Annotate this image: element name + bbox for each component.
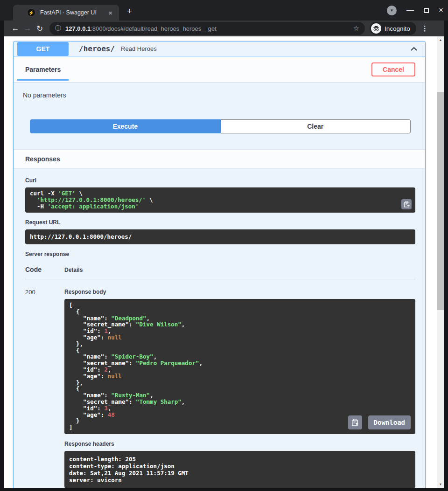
status-code: 200 — [25, 287, 64, 488]
endpoint-summary: Read Heroes — [121, 45, 157, 52]
incognito-badge: Incognito — [370, 22, 416, 35]
no-parameters-text: No parameters — [14, 91, 425, 99]
browser-update-icon[interactable]: ▼ — [387, 6, 397, 15]
page-info-icon[interactable]: ⓘ — [55, 24, 61, 33]
copy-response-button[interactable] — [348, 415, 362, 429]
forward-icon[interactable]: → — [21, 24, 34, 33]
scroll-up-icon[interactable]: ▲ — [437, 37, 444, 43]
cancel-button[interactable]: Cancel — [371, 62, 415, 76]
opblock-get-heroes: GET /heroes/ Read Heroes Parameters Canc… — [13, 41, 426, 488]
table-divider — [25, 279, 415, 279]
scrollbar-thumb[interactable] — [437, 92, 444, 310]
request-url-label: Request URL — [25, 219, 415, 226]
new-tab-button[interactable]: + — [127, 6, 132, 16]
response-body-controls: Download — [348, 415, 411, 429]
response-details: Response body [ { "name": "Deadpond", "s… — [64, 287, 415, 488]
fastapi-favicon-icon: ⚡ — [27, 8, 35, 17]
close-button[interactable]: × — [439, 6, 443, 15]
page-content: GET /heroes/ Read Heroes Parameters Canc… — [4, 36, 437, 488]
response-headers-label: Response headers — [64, 441, 415, 447]
bookmark-star-icon[interactable]: ☆ — [353, 24, 359, 33]
collapse-chevron-icon[interactable] — [409, 44, 419, 54]
responses-header: Responses — [14, 149, 425, 168]
maximize-button[interactable] — [424, 8, 429, 13]
execute-row: Execute Clear — [30, 119, 411, 133]
details-column-header: Details — [64, 267, 83, 273]
response-body-block: [ { "name": "Deadpond", "secret_name": "… — [64, 299, 415, 434]
endpoint-path: /heroes/ — [79, 44, 115, 53]
curl-label: Curl — [25, 177, 415, 184]
tab-close-icon[interactable]: × — [106, 9, 114, 17]
curl-code-block: curl -X 'GET' \ 'http://127.0.0.1:8000/h… — [25, 187, 415, 213]
download-button[interactable]: Download — [368, 415, 411, 429]
curl-code: curl -X 'GET' \ 'http://127.0.0.1:8000/h… — [30, 190, 411, 210]
browser-tab[interactable]: ⚡ FastAPI - Swagger UI × — [13, 5, 119, 21]
tab-parameters[interactable]: Parameters — [17, 56, 69, 82]
response-body-code: [ { "name": "Deadpond", "secret_name": "… — [69, 302, 411, 431]
method-badge: GET — [17, 42, 69, 56]
response-table-header: Code Details — [25, 266, 415, 273]
url-bar[interactable]: ⓘ 127.0.0.1 :8000/docs#/default/read_her… — [49, 22, 365, 35]
response-headers-code: content-length: 205content-type: applica… — [69, 456, 411, 484]
incognito-icon — [371, 23, 381, 34]
code-column-header: Code — [25, 266, 64, 273]
browser-toolbar: ← → ↻ ⓘ 127.0.0.1 :8000/docs#/default/re… — [4, 21, 444, 36]
tab-title: FastAPI - Swagger UI — [40, 9, 106, 16]
incognito-label: Incognito — [385, 25, 410, 32]
clear-button[interactable]: Clear — [221, 119, 411, 133]
responses-body: Curl curl -X 'GET' \ 'http://127.0.0.1:8… — [14, 168, 425, 488]
scroll-down-icon[interactable]: ▼ — [437, 481, 444, 488]
response-row-200: 200 Response body [ { "name": "Deadpond"… — [25, 287, 415, 488]
url-path: :8000/docs#/default/read_heroes_heroes__… — [91, 25, 217, 32]
reload-icon[interactable]: ↻ — [34, 24, 46, 34]
minimize-button[interactable]: — — [406, 8, 414, 13]
server-response-label: Server response — [25, 251, 415, 257]
request-url-block: http://127.0.0.1:8000/heroes/ — [25, 229, 415, 244]
opblock-header[interactable]: GET /heroes/ Read Heroes — [14, 41, 425, 56]
execute-button[interactable]: Execute — [30, 119, 221, 133]
response-headers-block: content-length: 205content-type: applica… — [64, 451, 415, 488]
parameters-header: Parameters Cancel — [14, 56, 425, 82]
response-body-label: Response body — [64, 289, 415, 295]
copy-curl-button[interactable] — [401, 199, 412, 209]
parameters-body: No parameters Execute Clear — [14, 82, 425, 149]
window-controls: ▼ — × — [387, 5, 443, 16]
active-tab-underline — [17, 79, 69, 81]
page-scrollbar[interactable]: ▲ ▼ — [437, 36, 444, 488]
url-host: 127.0.0.1 — [65, 25, 91, 32]
request-url-code: http://127.0.0.1:8000/heroes/ — [30, 234, 411, 240]
responses-title: Responses — [25, 155, 60, 163]
browser-menu-icon[interactable]: ⋮ — [421, 24, 428, 33]
back-icon[interactable]: ← — [9, 24, 21, 33]
browser-titlebar: ⚡ FastAPI - Swagger UI × + ▼ — × — [0, 0, 448, 21]
parameters-tab-label: Parameters — [25, 66, 61, 73]
